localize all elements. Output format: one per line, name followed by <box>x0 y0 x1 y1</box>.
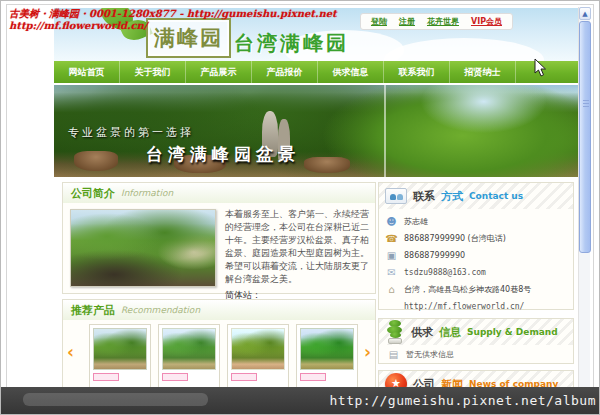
contact-header: 联系 方式 Contact us <box>379 183 573 209</box>
cloud-decoration <box>384 38 544 61</box>
product-thumbnail[interactable] <box>296 324 358 388</box>
company-intro-body: 本着服务至上、客户第一、永续经营的经营理念，本公司在台深耕已近二十年。主要经营罗… <box>63 203 375 294</box>
nav-item-contact[interactable]: 联系我们 <box>384 61 450 83</box>
supply-demand-header: 供求 信息 Supply & Demand <box>379 319 573 345</box>
product-thumbnail[interactable] <box>158 324 220 388</box>
recommended-products-header: 推荐产品 Recommendation <box>63 300 375 320</box>
nav-item-products[interactable]: 产品展示 <box>186 61 252 83</box>
supply-empty-text: 暂无供求信息 <box>406 349 454 360</box>
product-price-tag <box>93 373 119 381</box>
nav-item-home[interactable]: 网站首页 <box>54 61 120 83</box>
contact-title-en: Contact us <box>469 191 523 201</box>
main-nav: 网站首页 关于我们 产品展示 产品报价 供求信息 联系我们 招贤纳士 <box>54 61 578 83</box>
supply-title-part1: 供求 <box>411 325 433 340</box>
contact-fax: 886887999990 <box>404 251 465 260</box>
register-link[interactable]: 注册 <box>399 16 415 27</box>
vertical-scrollbar[interactable]: ▲ <box>578 7 590 391</box>
phone-icon: ☎ <box>385 233 398 244</box>
supply-title-part2: 信息 <box>439 325 461 340</box>
product-carousel: ‹ <box>63 320 375 394</box>
list-icon: ▤ <box>387 349 400 360</box>
company-photo[interactable] <box>70 209 216 287</box>
company-intro-panel: 公司简介 Information 本着服务至上、客户第一、永续经营的经营理念，本… <box>62 182 376 294</box>
contact-title-part1: 联系 <box>413 189 435 204</box>
contact-title-part2: 方式 <box>441 189 463 204</box>
fax-icon: ▣ <box>385 250 398 261</box>
nav-item-about[interactable]: 关于我们 <box>120 61 186 83</box>
recommended-products-panel: 推荐产品 Recommendation ‹ <box>62 299 376 395</box>
hero-banner[interactable]: 专业盆景的第一选择 台湾满峰园盆景 <box>54 85 578 177</box>
contact-rows: ☻ 苏志雄 ☎ 886887999990 (台湾电话) ▣ 8868879999… <box>379 209 573 315</box>
carousel-prev-arrow[interactable]: ‹ <box>67 344 74 361</box>
watermark-text: 古美树・满峰园・0001-1280x877 - http://gumeishu.… <box>9 8 337 32</box>
banner-slogan: 专业盆景的第一选择 <box>68 125 194 140</box>
person-icon: ☻ <box>385 216 398 227</box>
contact-name: 苏志雄 <box>404 216 428 227</box>
vip-member-link[interactable]: VIP会员 <box>471 16 502 27</box>
footer-highlight <box>23 393 208 406</box>
contact-panel: 联系 方式 Contact us ☻ 苏志雄 ☎ 886887999990 (台… <box>378 182 574 310</box>
company-intro-header: 公司简介 Information <box>63 183 375 203</box>
browser-window: 满峰园 台湾满峰园 登陆 注册 花卉世界 VIP会员 网站首页 关于我们 产品展… <box>6 4 594 407</box>
product-photo <box>231 328 285 370</box>
product-photo <box>162 328 216 370</box>
supply-empty-row: ▤ 暂无供求信息 <box>379 345 573 360</box>
carousel-next-arrow[interactable]: › <box>364 344 371 361</box>
watermark-line1: 古美树・满峰园・0001-1280x877 - http://gumeishu.… <box>9 8 337 20</box>
bonsai-icon <box>385 320 405 344</box>
contact-phone: 886887999990 (台湾电话) <box>404 233 506 244</box>
scrollbar-up-arrow[interactable]: ▲ <box>579 7 591 20</box>
screenshot-frame: 满峰园 台湾满峰园 登陆 注册 花卉世界 VIP会员 网站首页 关于我们 产品展… <box>0 0 600 415</box>
banner-title: 台湾满峰园盆景 <box>146 143 300 166</box>
contact-name-row: ☻ 苏志雄 <box>385 213 573 230</box>
contact-phone-row: ☎ 886887999990 (台湾电话) <box>385 230 573 247</box>
banner-photo-seam <box>384 85 386 177</box>
footer-url-bar: http://gumeishu.pixnet.net/album <box>1 387 600 414</box>
product-photo <box>93 328 147 370</box>
nav-item-supply[interactable]: 供求信息 <box>318 61 384 83</box>
bonsai-pot-decoration <box>304 157 350 173</box>
recommended-products-title: 推荐产品 <box>71 303 115 318</box>
product-thumbnail[interactable] <box>89 324 151 388</box>
email-icon: ✉ <box>385 267 398 278</box>
product-price-tag <box>162 373 188 381</box>
product-thumbnail[interactable] <box>227 324 289 388</box>
login-link[interactable]: 登陆 <box>371 16 387 27</box>
company-intro-subtitle: Information <box>121 188 173 198</box>
contact-email-row: ✉ tsdzu9888@163.com <box>385 264 573 281</box>
site-title: 台湾满峰园 <box>234 30 349 57</box>
company-intro-title: 公司简介 <box>71 186 115 201</box>
bonsai-pot-decoration <box>74 151 118 171</box>
watermark-line2: http://mf.flowerworld.cn/ <box>9 20 337 32</box>
scrollbar-grip <box>583 100 589 107</box>
contact-people-icon <box>385 188 407 204</box>
recommended-products-subtitle: Recommendation <box>121 305 200 315</box>
top-links-bar: 登陆 注册 花卉世界 VIP会员 <box>360 13 513 30</box>
contact-address: 台湾，高雄县鸟松乡神农路40巷8号 <box>404 284 531 295</box>
location-icon: ⌂ <box>385 284 398 295</box>
product-photo <box>300 328 354 370</box>
contact-address-row: ⌂ 台湾，高雄县鸟松乡神农路40巷8号 <box>385 281 573 298</box>
nav-item-jobs[interactable]: 招贤纳士 <box>450 61 516 83</box>
product-price-tag <box>231 373 257 381</box>
mouse-cursor <box>534 58 548 78</box>
footer-url-text: http://gumeishu.pixnet.net/album <box>330 393 596 408</box>
scrollbar-thumb[interactable] <box>579 21 591 253</box>
webpage: 满峰园 台湾满峰园 登陆 注册 花卉世界 VIP会员 网站首页 关于我们 产品展… <box>54 6 578 406</box>
company-paragraph: 本着服务至上、客户第一、永续经营的经营理念，本公司在台深耕已近二十年。主要经营罗… <box>225 208 371 286</box>
contact-website-row: http://mf.flowerworld.cn/ <box>385 298 573 315</box>
contact-fax-row: ▣ 886887999990 <box>385 247 573 264</box>
flowerworld-link[interactable]: 花卉世界 <box>427 16 459 27</box>
contact-email-link[interactable]: tsdzu9888@163.com <box>404 268 486 277</box>
contact-website-link[interactable]: http://mf.flowerworld.cn/ <box>404 302 524 311</box>
product-price-tag <box>300 373 326 381</box>
supply-title-en: Supply & Demand <box>467 327 558 337</box>
supply-demand-panel: 供求 信息 Supply & Demand ▤ 暂无供求信息 <box>378 318 574 364</box>
nav-item-quotes[interactable]: 产品报价 <box>252 61 318 83</box>
